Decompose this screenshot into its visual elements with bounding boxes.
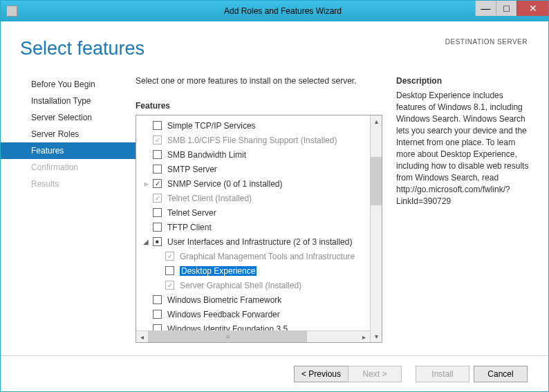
nav-button-group: < Previous Next > bbox=[294, 366, 402, 382]
step-confirmation: Confirmation bbox=[1, 159, 136, 176]
feature-label: Windows Biometric Framework bbox=[167, 295, 281, 305]
horizontal-scroll-thumb[interactable]: ≡ bbox=[148, 331, 307, 342]
feature-label: SMB Bandwidth Limit bbox=[167, 150, 246, 160]
feature-item[interactable]: SMB Bandwidth Limit bbox=[136, 147, 370, 162]
feature-label: Simple TCP/IP Services bbox=[167, 121, 256, 131]
feature-checkbox[interactable] bbox=[153, 136, 162, 144]
step-installation-type[interactable]: Installation Type bbox=[1, 93, 136, 109]
feature-label: SNMP Service (0 of 1 installed) bbox=[167, 179, 283, 189]
step-server-roles[interactable]: Server Roles bbox=[1, 126, 136, 142]
collapse-icon[interactable]: ◢ bbox=[142, 238, 150, 246]
feature-checkbox[interactable] bbox=[153, 223, 162, 232]
body: Before You Begin Installation Type Serve… bbox=[1, 66, 548, 355]
feature-label: Server Graphical Shell (Installed) bbox=[180, 281, 301, 290]
step-server-selection[interactable]: Server Selection bbox=[1, 109, 136, 126]
page-title: Select features bbox=[20, 38, 145, 59]
feature-item[interactable]: Desktop Experience bbox=[136, 263, 370, 278]
step-before-you-begin[interactable]: Before You Begin bbox=[1, 76, 136, 93]
cancel-button[interactable]: Cancel bbox=[474, 366, 528, 382]
features-label: Features bbox=[136, 101, 382, 111]
features-listbox: Simple TCP/IP ServicesSMB 1.0/CIFS File … bbox=[136, 115, 382, 343]
feature-checkbox[interactable] bbox=[153, 194, 162, 203]
feature-item[interactable]: Telnet Server bbox=[136, 205, 370, 220]
feature-item[interactable]: SMTP Server bbox=[136, 162, 370, 176]
scroll-right-icon[interactable]: ▸ bbox=[358, 331, 370, 342]
window-controls: — □ ✕ bbox=[475, 1, 548, 16]
feature-label: SMB 1.0/CIFS File Sharing Support (Insta… bbox=[167, 136, 337, 145]
step-results: Results bbox=[1, 176, 136, 192]
description-label: Description bbox=[396, 76, 530, 86]
wizard-window: Add Roles and Features Wizard — □ ✕ Sele… bbox=[0, 0, 549, 392]
feature-label: TFTP Client bbox=[167, 223, 212, 232]
feature-checkbox[interactable] bbox=[165, 266, 174, 275]
maximize-button[interactable]: □ bbox=[496, 1, 517, 16]
feature-checkbox[interactable] bbox=[153, 121, 162, 130]
feature-item[interactable]: Windows Biometric Framework bbox=[136, 292, 370, 307]
next-button[interactable]: Next > bbox=[348, 366, 402, 382]
install-button[interactable]: Install bbox=[416, 366, 469, 382]
feature-item[interactable]: ◢User Interfaces and Infrastructure (2 o… bbox=[136, 234, 370, 249]
wizard-footer: < Previous Next > Install Cancel bbox=[1, 355, 548, 391]
feature-item[interactable]: Server Graphical Shell (Installed) bbox=[136, 278, 370, 292]
feature-item[interactable]: Simple TCP/IP Services bbox=[136, 118, 370, 133]
feature-item[interactable]: ▹SNMP Service (0 of 1 installed) bbox=[136, 176, 370, 191]
horizontal-scrollbar[interactable]: ◂ ≡ ▸ bbox=[136, 330, 370, 342]
feature-item[interactable]: Telnet Client (Installed) bbox=[136, 191, 370, 205]
minimize-button[interactable]: — bbox=[475, 1, 496, 16]
feature-label: User Interfaces and Infrastructure (2 of… bbox=[167, 237, 352, 247]
content-area: Select features DESTINATION SERVER Befor… bbox=[1, 21, 548, 391]
description-text: Desktop Experience includes features of … bbox=[396, 90, 530, 207]
feature-checkbox[interactable] bbox=[153, 150, 162, 159]
vertical-scrollbar[interactable]: ▴ ▾ bbox=[370, 115, 382, 342]
description-column: Description Desktop Experience includes … bbox=[396, 76, 541, 355]
feature-item[interactable]: Graphical Management Tools and Infrastru… bbox=[136, 249, 370, 263]
feature-label: Telnet Client (Installed) bbox=[167, 194, 252, 203]
feature-checkbox[interactable] bbox=[153, 295, 162, 304]
close-button[interactable]: ✕ bbox=[517, 1, 548, 16]
feature-item[interactable]: SMB 1.0/CIFS File Sharing Support (Insta… bbox=[136, 133, 370, 147]
titlebar: Add Roles and Features Wizard — □ ✕ bbox=[1, 1, 548, 21]
feature-checkbox[interactable] bbox=[153, 208, 162, 217]
feature-label: Windows Feedback Forwarder bbox=[167, 310, 280, 319]
instruction-text: Select one or more features to install o… bbox=[136, 76, 382, 86]
scroll-left-icon[interactable]: ◂ bbox=[136, 331, 148, 342]
scroll-down-icon[interactable]: ▾ bbox=[371, 330, 382, 342]
previous-button[interactable]: < Previous bbox=[294, 366, 348, 382]
features-column: Select one or more features to install o… bbox=[136, 76, 382, 355]
horizontal-scroll-track[interactable]: ≡ bbox=[148, 331, 358, 342]
expand-icon[interactable]: ▹ bbox=[142, 180, 150, 188]
main-panel: Select one or more features to install o… bbox=[136, 66, 548, 355]
feature-checkbox[interactable] bbox=[153, 310, 162, 319]
feature-checkbox[interactable] bbox=[153, 165, 162, 174]
destination-server-label: DESTINATION SERVER bbox=[445, 38, 528, 46]
feature-checkbox[interactable] bbox=[153, 237, 162, 246]
features-list[interactable]: Simple TCP/IP ServicesSMB 1.0/CIFS File … bbox=[136, 115, 370, 342]
feature-label: Graphical Management Tools and Infrastru… bbox=[180, 252, 355, 261]
feature-checkbox[interactable] bbox=[165, 252, 174, 261]
page-header: Select features DESTINATION SERVER bbox=[1, 21, 548, 66]
feature-label: Desktop Experience bbox=[180, 266, 257, 276]
vertical-scroll-thumb[interactable] bbox=[371, 157, 382, 205]
feature-checkbox[interactable] bbox=[165, 281, 174, 290]
feature-label: SMTP Server bbox=[167, 165, 217, 174]
feature-item[interactable]: TFTP Client bbox=[136, 220, 370, 234]
scroll-up-icon[interactable]: ▴ bbox=[371, 115, 382, 127]
app-icon bbox=[6, 6, 17, 17]
feature-item[interactable]: Windows Feedback Forwarder bbox=[136, 307, 370, 321]
wizard-steps-sidebar: Before You Begin Installation Type Serve… bbox=[1, 66, 136, 355]
feature-label: Telnet Server bbox=[167, 208, 216, 218]
step-features[interactable]: Features bbox=[1, 142, 136, 159]
window-title: Add Roles and Features Wizard bbox=[17, 6, 548, 16]
feature-checkbox[interactable] bbox=[153, 179, 162, 188]
